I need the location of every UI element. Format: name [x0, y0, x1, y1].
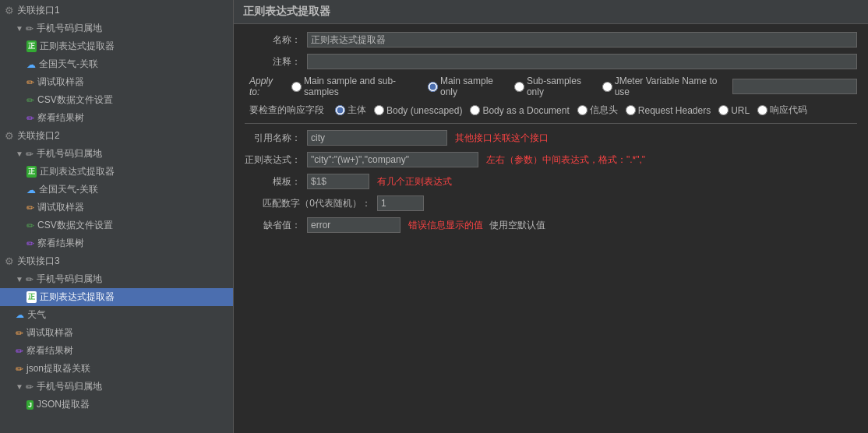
- sidebar-debug1-label: 调试取样器: [37, 76, 84, 89]
- field-url-label: URL: [731, 105, 750, 116]
- apply-to-main-sub[interactable]: Main sample and sub-samples: [291, 76, 420, 97]
- default-annotation2: 使用空默认值: [489, 219, 545, 232]
- sidebar-csv2-label: CSV数据文件设置: [37, 219, 113, 232]
- field-response-code-label: 响应代码: [770, 104, 807, 117]
- field-request-headers[interactable]: Request Headers: [626, 105, 711, 116]
- name-input[interactable]: [307, 32, 857, 48]
- sidebar-phone2[interactable]: ▼ ✏ 手机号码归属地: [0, 145, 233, 163]
- ref-name-row: 引用名称： 其他接口关联这个接口: [245, 130, 857, 146]
- gear-icon3: ⚙: [5, 255, 14, 267]
- apply-to-jmeter-var[interactable]: JMeter Variable Name to use: [602, 76, 725, 97]
- comment-input[interactable]: [307, 54, 857, 69]
- sidebar-csv2[interactable]: ✏ CSV数据文件设置: [0, 216, 233, 234]
- sidebar-group1-label: 关联接口1: [17, 4, 60, 17]
- arrow-icon: ▼: [5, 24, 23, 33]
- field-info-header[interactable]: 信息头: [577, 104, 618, 117]
- comment-label: 注释：: [245, 55, 307, 69]
- sidebar-regex2[interactable]: 正 正则表达式提取器: [0, 163, 233, 181]
- sidebar-view1[interactable]: ✏ 察看结果树: [0, 109, 233, 127]
- jmeter-var-input[interactable]: [732, 79, 857, 94]
- sidebar-json1-label: json提取器关联: [26, 362, 90, 375]
- sidebar-regex2-label: 正则表达式提取器: [40, 165, 115, 178]
- sidebar-regex3[interactable]: 正 正则表达式提取器: [0, 288, 233, 306]
- field-info-header-radio[interactable]: [577, 105, 587, 115]
- sidebar-regex1[interactable]: 正 正则表达式提取器: [0, 37, 233, 55]
- sidebar-phone2-label: 手机号码归属地: [37, 147, 102, 160]
- apply-to-jmeter-var-radio[interactable]: [602, 82, 612, 92]
- sidebar-phone1-label: 手机号码归属地: [37, 22, 102, 35]
- match-no-row: 匹配数字（0代表随机）：: [245, 195, 857, 211]
- csv-icon2: ✏: [26, 220, 34, 231]
- sidebar-weather1[interactable]: ☁ 全国天气-关联: [0, 55, 233, 73]
- field-response-code-radio[interactable]: [757, 105, 767, 115]
- sidebar-phone4[interactable]: ▼ ✏ 手机号码归属地: [0, 378, 233, 396]
- sidebar-phone1[interactable]: ▼ ✏ 手机号码归属地: [0, 19, 233, 37]
- field-body-unescaped-radio[interactable]: [374, 105, 384, 115]
- apply-to-main-sub-radio[interactable]: [291, 82, 302, 92]
- name-row: 名称：: [245, 32, 857, 48]
- field-url-radio[interactable]: [718, 105, 729, 115]
- ref-name-input[interactable]: [307, 130, 447, 146]
- sidebar-weather3[interactable]: ☁ 天气: [0, 306, 233, 324]
- sidebar-json-extractor[interactable]: J JSON提取器: [0, 396, 233, 414]
- cloud-icon: ☁: [26, 59, 36, 70]
- sidebar-view2-label: 察看结果树: [37, 237, 84, 250]
- sidebar-debug2[interactable]: ✏ 调试取样器: [0, 199, 233, 216]
- apply-to-main-only-radio[interactable]: [428, 82, 438, 92]
- regex-icon2: 正: [26, 166, 37, 178]
- field-check-row: 要检查的响应字段 主体 Body (unescaped) Body as a D…: [245, 104, 857, 117]
- phone-icon3: ✏: [26, 274, 34, 285]
- sidebar-csv1[interactable]: ✏ CSV数据文件设置: [0, 91, 233, 109]
- sidebar-weather3-label: 天气: [27, 308, 46, 322]
- main-panel: 正则表达式提取器 名称： 注释： Apply to: Main sample a…: [234, 0, 868, 433]
- field-body[interactable]: 主体: [335, 104, 366, 117]
- sidebar-view1-label: 察看结果树: [37, 111, 84, 125]
- sidebar-weather2[interactable]: ☁ 全国天气-关联: [0, 181, 233, 199]
- arrow-icon3: ▼: [5, 275, 23, 283]
- arrow-icon2: ▼: [5, 150, 23, 158]
- default-row: 缺省值： 错误信息显示的值 使用空默认值: [245, 217, 857, 233]
- json-extractor-icon: J: [26, 400, 34, 410]
- sidebar-phone3[interactable]: ▼ ✏ 手机号码归属地: [0, 270, 233, 288]
- field-body-doc-radio[interactable]: [470, 105, 480, 115]
- field-info-header-label: 信息头: [590, 104, 618, 117]
- field-body-radio[interactable]: [335, 105, 345, 115]
- phone-icon2: ✏: [26, 149, 34, 160]
- apply-to-main-only[interactable]: Main sample only: [428, 76, 506, 97]
- sidebar-view2[interactable]: ✏ 察看结果树: [0, 234, 233, 252]
- field-body-unescaped[interactable]: Body (unescaped): [374, 105, 462, 116]
- field-body-label: 主体: [348, 104, 366, 117]
- name-label: 名称：: [245, 33, 307, 47]
- sidebar-phone3-label: 手机号码归属地: [37, 273, 102, 286]
- field-response-code[interactable]: 响应代码: [757, 104, 807, 117]
- cloud-icon2: ☁: [26, 185, 36, 195]
- gear-icon2: ⚙: [5, 130, 14, 142]
- field-request-headers-radio[interactable]: [626, 105, 636, 115]
- template-input[interactable]: [307, 174, 369, 189]
- ref-name-label: 引用名称：: [245, 132, 307, 145]
- debug-icon2: ✏: [26, 202, 34, 213]
- apply-to-sub-only-radio[interactable]: [514, 82, 524, 92]
- regex-icon3: 正: [26, 291, 37, 303]
- field-url[interactable]: URL: [718, 105, 750, 116]
- sidebar-group3[interactable]: ⚙ 关联接口3: [0, 252, 233, 270]
- apply-to-sub-only[interactable]: Sub-samples only: [514, 76, 595, 97]
- field-body-doc[interactable]: Body as a Document: [470, 105, 569, 116]
- field-request-headers-label: Request Headers: [638, 105, 711, 116]
- regex-input[interactable]: [307, 152, 478, 167]
- arrow-icon4: ▼: [5, 382, 23, 391]
- match-no-input[interactable]: [377, 195, 424, 211]
- view-icon: ✏: [26, 113, 34, 124]
- default-input[interactable]: [307, 217, 400, 233]
- sidebar-json1[interactable]: ✏ json提取器关联: [0, 360, 233, 378]
- match-no-label: 匹配数字（0代表随机）：: [245, 197, 377, 210]
- apply-to-radio-group: Main sample and sub-samples Main sample …: [291, 76, 857, 97]
- apply-to-main-sub-label: Main sample and sub-samples: [304, 76, 420, 97]
- sidebar-view3[interactable]: ✏ 察看结果树: [0, 342, 233, 360]
- sidebar-group2[interactable]: ⚙ 关联接口2: [0, 127, 233, 145]
- sidebar-debug3[interactable]: ✏ 调试取样器: [0, 324, 233, 342]
- apply-to-row: Apply to: Main sample and sub-samples Ma…: [245, 76, 857, 97]
- sidebar-group1[interactable]: ⚙ 关联接口1: [0, 2, 233, 19]
- sidebar-debug2-label: 调试取样器: [37, 201, 84, 214]
- sidebar-debug1[interactable]: ✏ 调试取样器: [0, 73, 233, 91]
